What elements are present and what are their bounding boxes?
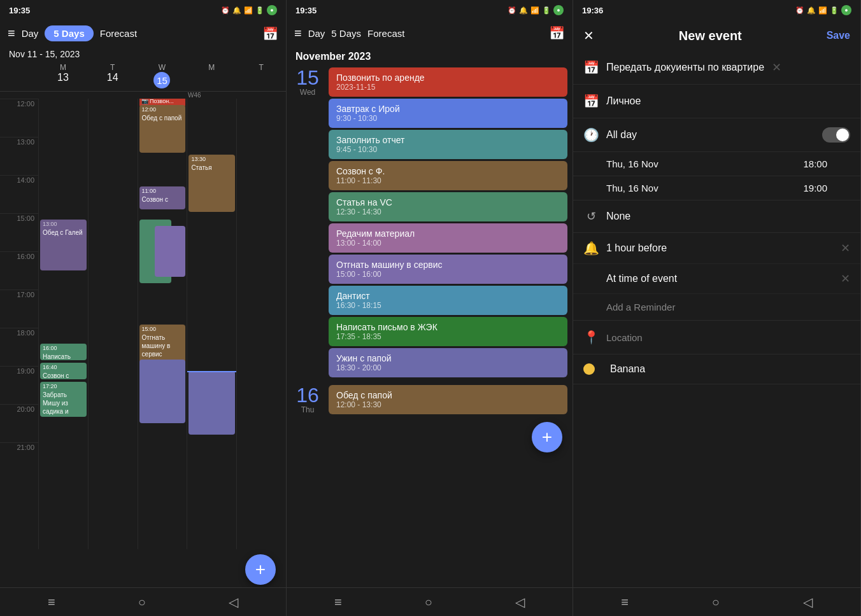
close-button[interactable]: ✕ xyxy=(583,28,594,43)
day-row-15: 15 Wed Позвонить по аренде 2023-11-15 За… xyxy=(287,67,573,377)
end-date[interactable]: Thu, 16 Nov xyxy=(606,183,658,193)
start-datetime-row: Thu, 16 Nov 18:00 xyxy=(573,152,860,176)
event-title-text: Передать докуиенты по квартире xyxy=(606,62,764,73)
bottom-home-2[interactable]: ○ xyxy=(425,595,432,610)
battery-icon-2: 🔋 xyxy=(542,6,551,15)
location-label[interactable]: Location xyxy=(606,332,643,343)
add-reminder-label[interactable]: Add a Reminder xyxy=(606,302,675,312)
time-1600: 16:00 xyxy=(0,251,38,290)
end-time[interactable]: 19:00 xyxy=(803,183,827,193)
bottom-back-2[interactable]: ◁ xyxy=(515,594,525,610)
event-obed-galei[interactable]: 13:00 Обед с Галей xyxy=(40,220,87,270)
bottom-menu-2[interactable]: ≡ xyxy=(334,595,342,610)
reminder-1-remove[interactable]: ✕ xyxy=(841,241,850,255)
repeat-row: ↺ None xyxy=(573,200,860,233)
top-nav-2: ≡ Day 5 Days Forecast 📅 xyxy=(287,20,573,46)
status-time-1: 19:35 xyxy=(9,6,30,15)
reminder-1-label[interactable]: 1 hour before xyxy=(606,242,667,254)
event-card-statya-vc[interactable]: Статья на VC 12:30 - 14:30 xyxy=(329,192,567,221)
start-date[interactable]: Thu, 16 Nov xyxy=(606,158,658,169)
bottom-back-3[interactable]: ◁ xyxy=(803,594,813,610)
end-datetime-row: Thu, 16 Nov 19:00 xyxy=(573,176,860,200)
notif-icon-2: 🔔 xyxy=(519,6,528,15)
bottom-menu-1[interactable]: ≡ xyxy=(48,595,55,610)
repeat-icon: ↺ xyxy=(583,209,599,223)
nav-5days-1[interactable]: 5 Days xyxy=(45,25,93,41)
event-title-row: 📅 Передать докуиенты по квартире ✕ xyxy=(573,51,860,85)
color-dot[interactable] xyxy=(583,363,595,375)
allday-row: 🕐 All day xyxy=(573,118,860,152)
event-card-zavtrak[interactable]: Завтрак с Ирой 9:30 - 10:30 xyxy=(329,99,567,128)
day-col-thu: 13:30 Статья xyxy=(187,99,236,549)
fab-row-2: + xyxy=(287,417,573,458)
save-button[interactable]: Save xyxy=(827,30,850,41)
event-card-dantist[interactable]: Дантист 16:30 - 18:15 xyxy=(329,286,567,315)
event-sozvon-wed[interactable]: 11:00 Созвон с xyxy=(139,186,186,209)
day-header-fri: T xyxy=(236,63,286,88)
nav-forecast-2[interactable]: Forecast xyxy=(367,28,404,39)
color-label[interactable]: Banana xyxy=(610,363,645,375)
reminder-2-remove[interactable]: ✕ xyxy=(841,272,850,286)
event-icon: 📅 xyxy=(583,60,599,75)
reminder-2-label[interactable]: At time of event xyxy=(606,273,677,284)
event-card-zapol[interactable]: Заполнить отчет 9:45 - 10:30 xyxy=(329,130,567,159)
app-dot-1: ● xyxy=(267,5,277,15)
event-card-uzhin[interactable]: Ужин с папой 18:30 - 20:00 xyxy=(329,348,567,377)
event-card-redachim[interactable]: Редачим материал 13:00 - 14:00 xyxy=(329,223,567,253)
status-icons-3: ⏰ 🔔 📶 🔋 ● xyxy=(795,5,851,15)
allday-toggle[interactable] xyxy=(822,127,850,143)
location-row: 📍 Location xyxy=(573,321,860,354)
allday-label: All day xyxy=(606,129,637,141)
event-zabrat[interactable]: 17:20 Забрать Мишу из садика и поехать xyxy=(40,382,87,417)
add-reminder-row[interactable]: Add a Reminder xyxy=(573,294,860,320)
calendar-icon-2[interactable]: 📅 xyxy=(549,25,565,41)
event-purple-thu[interactable] xyxy=(189,371,235,435)
bottom-nav-1: ≡ ○ ◁ xyxy=(0,587,286,616)
day-header-thu: M xyxy=(187,63,236,88)
calendar-icon-1[interactable]: 📅 xyxy=(262,26,278,41)
event-napisat[interactable]: 16:00 Написать xyxy=(40,344,87,360)
time-1800: 18:00 xyxy=(0,328,38,366)
location-icon: 📍 xyxy=(583,330,599,345)
event-sozvon-col0[interactable]: 16:40 Созвон с xyxy=(40,363,87,379)
event-card-pismo[interactable]: Написать письмо в ЖЭК 17:35 - 18:35 xyxy=(329,317,567,346)
event-card-sozvon-f[interactable]: Созвон с Ф. 11:00 - 11:30 xyxy=(329,161,567,190)
bottom-back-1[interactable]: ◁ xyxy=(229,594,238,610)
event-card-otgnat[interactable]: Отгнать машину в сервис 15:00 - 16:00 xyxy=(329,255,567,284)
start-time[interactable]: 18:00 xyxy=(803,158,827,169)
event-statya[interactable]: 13:30 Статья xyxy=(189,155,235,212)
time-1300: 13:00 xyxy=(0,137,38,175)
allday-clock-icon: 🕐 xyxy=(583,127,599,143)
event-purple-col2[interactable] xyxy=(139,360,186,423)
time-1200: 12:00 xyxy=(0,99,38,137)
bottom-menu-3[interactable]: ≡ xyxy=(621,595,629,610)
day-16-name: Thu xyxy=(292,405,324,414)
day-section-15: 15 Wed Позвонить по аренде 2023-11-15 За… xyxy=(287,67,573,377)
fab-add-2[interactable]: + xyxy=(532,422,562,452)
event-card-obed-16[interactable]: Обед с папой 12:00 - 13:30 xyxy=(329,385,567,414)
status-time-3: 19:36 xyxy=(582,6,603,15)
title-clear-icon[interactable]: ✕ xyxy=(772,60,781,74)
bottom-home-3[interactable]: ○ xyxy=(712,595,720,610)
alarm-icon-1: ⏰ xyxy=(221,6,230,15)
nav-day-1[interactable]: Day xyxy=(22,28,39,39)
status-time-2: 19:35 xyxy=(295,6,317,15)
day-header-tue14: T 14 xyxy=(88,63,138,88)
fab-add-1[interactable]: + xyxy=(245,554,276,585)
menu-icon-2[interactable]: ≡ xyxy=(294,26,302,41)
bottom-home-1[interactable]: ○ xyxy=(138,595,146,610)
menu-icon-1[interactable]: ≡ xyxy=(8,26,15,41)
event-card-pozvonit[interactable]: Позвонить по аренде 2023-11-15 xyxy=(329,67,567,97)
reminder-section: 🔔 1 hour before ✕ At time of event ✕ Add… xyxy=(573,233,860,321)
nav-forecast-1[interactable]: Forecast xyxy=(100,28,137,39)
nav-5days-2[interactable]: 5 Days xyxy=(331,28,361,39)
event-obed-papoy-1[interactable]: 12:00 Обед с папой xyxy=(139,105,186,153)
nav-day-2[interactable]: Day xyxy=(308,28,325,39)
event-purple-overlay[interactable] xyxy=(155,226,186,277)
events-col-15: Позвонить по аренде 2023-11-15 Завтрак с… xyxy=(329,67,567,377)
day-header-mon13: M 13 xyxy=(38,63,88,88)
repeat-label[interactable]: None xyxy=(606,211,630,222)
toggle-knob xyxy=(836,129,849,141)
day-15-name: Wed xyxy=(292,88,324,97)
status-bar-3: 19:36 ⏰ 🔔 📶 🔋 ● xyxy=(573,0,860,20)
